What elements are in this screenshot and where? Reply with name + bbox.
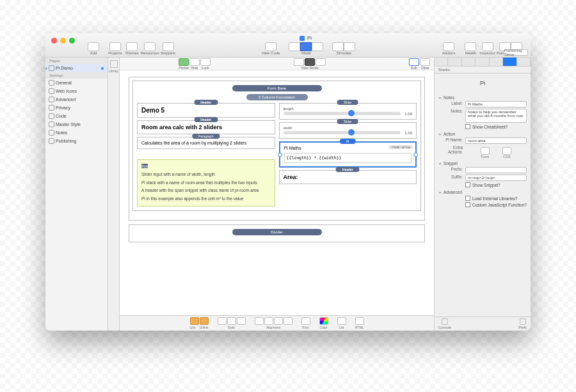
topright-tabs: Publishing Setup bbox=[504, 49, 528, 56]
visibility-group: Partial Hide Lock bbox=[179, 58, 211, 70]
divider-tag: Divider bbox=[232, 229, 322, 235]
heading-demo5[interactable]: HeaderDemo 5 bbox=[137, 103, 275, 118]
link-group[interactable]: LinkUnlink bbox=[189, 317, 208, 329]
minimize-icon[interactable] bbox=[60, 38, 66, 43]
insp-tab-3[interactable] bbox=[462, 58, 476, 66]
style-group[interactable]: Style bbox=[218, 317, 246, 329]
health-button[interactable]: Health bbox=[463, 42, 478, 55]
slider-length[interactable]: Slider length 1.00 bbox=[279, 103, 417, 120]
viewcode-button[interactable]: View Code bbox=[262, 42, 280, 55]
customjs-checkbox[interactable]: Custom JavaScript Function? bbox=[465, 202, 527, 207]
sidebar-item-publishing[interactable]: Publishing bbox=[45, 137, 108, 145]
pi-name-badge: room-area bbox=[388, 145, 413, 149]
cheatsheet-checkbox[interactable]: Show Cheatsheet? bbox=[465, 124, 527, 129]
sidebar: Pages ▾Pi Demo Settings General Web Icon… bbox=[45, 58, 108, 331]
link-icon bbox=[190, 317, 199, 325]
window-controls bbox=[45, 33, 81, 48]
viewmode-group[interactable]: View Mode bbox=[294, 58, 326, 70]
pi-expression: {{length}} * {{width}} bbox=[284, 153, 412, 163]
section-advanced[interactable]: Advanced bbox=[438, 190, 527, 194]
html-button[interactable]: HTML bbox=[355, 317, 364, 329]
insp-tab-1[interactable] bbox=[435, 58, 448, 66]
addons-button[interactable]: Addons bbox=[441, 42, 456, 55]
divider-block[interactable]: Divider bbox=[129, 224, 425, 242]
page-block[interactable]: Form Base 2 Column Foundation HeaderDemo… bbox=[129, 77, 425, 221]
unlink-icon bbox=[200, 317, 209, 325]
app-window: Pi Add Projects Themes Resources Snippet… bbox=[45, 33, 531, 331]
style-bar: LinkUnlink Style Alignment Font Color Li… bbox=[120, 315, 434, 331]
suffix-input[interactable]: m<sup>2</sup> bbox=[465, 175, 527, 181]
two-col-tag[interactable]: 2 Column Foundation bbox=[246, 94, 308, 100]
label-input[interactable]: Pi Maths bbox=[465, 101, 527, 107]
alignment-group[interactable]: Alignment bbox=[255, 317, 292, 329]
color-button[interactable]: Color bbox=[319, 317, 328, 329]
insp-tab-4[interactable] bbox=[476, 58, 489, 66]
inspector-button[interactable]: Inspector bbox=[479, 42, 495, 55]
canvas-toolbar: Partial Hide Lock View Mode Edit Clear bbox=[120, 58, 434, 70]
sidebar-item-privacy[interactable]: Privacy bbox=[45, 104, 108, 112]
zoom-icon[interactable] bbox=[69, 38, 75, 43]
snippets-button[interactable]: Snippets bbox=[161, 42, 176, 55]
insp-tab-active[interactable] bbox=[503, 58, 516, 66]
extlib-checkbox[interactable]: Load External Libraries? bbox=[465, 196, 527, 201]
piname-input[interactable]: room-area bbox=[465, 137, 527, 144]
pi-block[interactable]: Pi Pi Maths room-area {{length}} * {{wid… bbox=[279, 141, 417, 168]
insp-tab-5[interactable] bbox=[490, 58, 503, 66]
sidebar-item-code[interactable]: Code bbox=[45, 112, 108, 120]
partial-button[interactable] bbox=[179, 58, 189, 66]
section-action[interactable]: Action bbox=[438, 132, 527, 136]
titlebar: Pi Add Projects Themes Resources Snippet… bbox=[45, 33, 531, 58]
hide-button[interactable] bbox=[189, 58, 200, 66]
inspector-title: Pi bbox=[438, 76, 527, 93]
prefs-icon[interactable] bbox=[520, 318, 526, 325]
insp-tab-2[interactable] bbox=[448, 58, 461, 66]
pen-block[interactable]: Pen Slider input with a name of width, l… bbox=[137, 159, 275, 207]
settings-heading: Settings bbox=[45, 72, 108, 79]
page-pi-demo[interactable]: ▾Pi Demo bbox=[45, 64, 108, 72]
section-notes[interactable]: Notes bbox=[438, 95, 527, 100]
resources-button[interactable]: Resources bbox=[141, 42, 159, 55]
sidebar-item-general[interactable]: General bbox=[45, 79, 108, 87]
document-icon bbox=[300, 36, 305, 41]
simulate-button[interactable]: Simulate bbox=[332, 42, 355, 55]
window-title: Pi bbox=[307, 35, 312, 41]
slider-width[interactable]: Slider width 1.00 bbox=[279, 122, 417, 139]
library-icon[interactable] bbox=[110, 60, 118, 68]
sidebar-item-webicons[interactable]: Web Icons bbox=[45, 87, 108, 95]
prefix-input[interactable] bbox=[465, 167, 527, 173]
clear-button[interactable] bbox=[420, 58, 430, 66]
stacks-label: Stacks bbox=[435, 67, 531, 74]
slider-knob-icon[interactable] bbox=[348, 110, 355, 116]
mode-button[interactable]: Mode bbox=[289, 42, 323, 55]
heading-area[interactable]: HeaderArea: bbox=[279, 170, 417, 184]
console-icon[interactable] bbox=[442, 318, 448, 325]
css-action-icon[interactable] bbox=[502, 147, 511, 155]
font-button[interactable]: Font bbox=[301, 317, 310, 329]
inspector-panel: Stacks Pi Notes Label:Pi Maths Notes:Not… bbox=[435, 58, 531, 331]
heading-sub[interactable]: HeaderRoom area calc with 2 sliders bbox=[137, 120, 275, 134]
list-button[interactable]: List bbox=[337, 317, 346, 329]
form-action-icon[interactable] bbox=[481, 147, 490, 155]
slider-knob-icon[interactable] bbox=[348, 129, 355, 136]
sidebar-item-masterstyle[interactable]: Master Style bbox=[45, 120, 108, 129]
add-button[interactable]: Add bbox=[86, 42, 101, 55]
inspector-tabs bbox=[435, 58, 531, 67]
sidebar-item-advanced[interactable]: Advanced bbox=[45, 95, 108, 104]
canvas-area: Partial Hide Lock View Mode Edit Clear bbox=[120, 58, 435, 331]
projects-button[interactable]: Projects bbox=[108, 42, 123, 55]
paragraph-block[interactable]: ParagraphCalculates the area of a room b… bbox=[137, 137, 275, 149]
notes-input[interactable]: Notes to help you remember what you did … bbox=[465, 109, 527, 123]
showsnippet-checkbox[interactable]: Show Snippet? bbox=[465, 182, 527, 187]
edit-button[interactable] bbox=[409, 58, 419, 66]
section-snippet[interactable]: Snippet bbox=[438, 161, 527, 166]
close-icon[interactable] bbox=[51, 38, 57, 43]
library-column: Library bbox=[108, 58, 120, 331]
sidebar-item-notes[interactable]: Notes bbox=[45, 129, 108, 137]
form-base-tag[interactable]: Form Base bbox=[232, 85, 322, 91]
lock-button[interactable] bbox=[200, 58, 211, 66]
themes-button[interactable]: Themes bbox=[124, 42, 140, 55]
publishing-tab[interactable]: Publishing Setup bbox=[504, 49, 528, 56]
insp-tab-7[interactable] bbox=[517, 58, 531, 66]
pi-title: Pi Maths bbox=[284, 146, 301, 150]
pages-heading: Pages bbox=[45, 58, 108, 64]
